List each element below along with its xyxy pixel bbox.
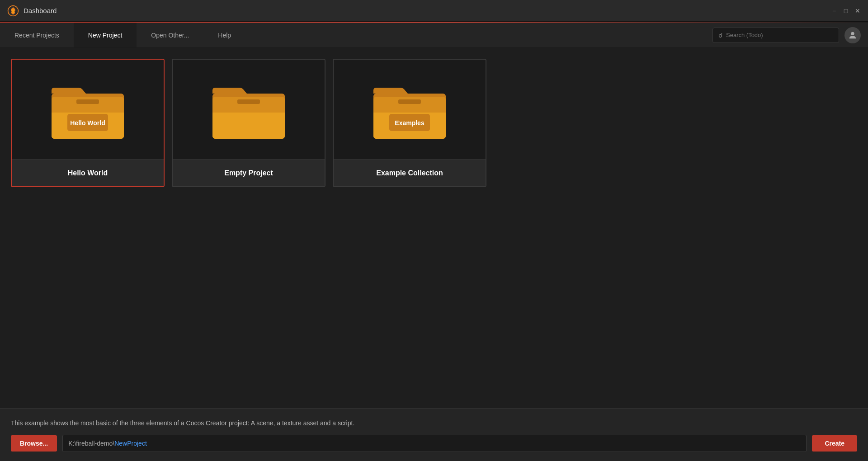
svg-point-1: [851, 32, 854, 35]
search-bar[interactable]: ☌ Search (Todo): [712, 28, 839, 43]
close-button[interactable]: ✕: [854, 8, 861, 14]
bottom-bar: This example shows the most basic of the…: [0, 408, 868, 461]
search-placeholder: Search (Todo): [726, 32, 763, 38]
search-wrapper: ☌ Search (Todo): [705, 23, 868, 47]
search-icon: ☌: [718, 32, 722, 39]
path-input[interactable]: K:\fireball-demo\NewProject: [62, 435, 807, 452]
example-collection-folder-icon: Examples: [369, 73, 450, 146]
create-button[interactable]: Create: [812, 435, 857, 452]
project-card-label-example-collection: Example Collection: [334, 159, 486, 186]
window-controls: − □ ✕: [831, 8, 861, 14]
project-card-icon-empty-project: [173, 60, 325, 159]
svg-rect-7: [76, 99, 99, 104]
tab-open-other[interactable]: Open Other...: [137, 23, 203, 47]
project-card-empty-project[interactable]: Empty Project: [172, 59, 326, 187]
path-base: K:\fireball-demo\: [68, 440, 114, 447]
project-card-example-collection[interactable]: Examples Example Collection: [333, 59, 486, 187]
app-logo-icon: [7, 5, 19, 17]
svg-rect-10: [212, 97, 285, 113]
projects-grid: Hello World Hello World: [11, 59, 857, 187]
svg-rect-4: [52, 97, 124, 113]
maximize-button[interactable]: □: [843, 8, 849, 14]
svg-rect-11: [237, 99, 260, 104]
nav-bar: Recent Projects New Project Open Other..…: [0, 23, 868, 48]
hello-world-folder-icon: Hello World: [47, 73, 128, 146]
tab-recent-projects[interactable]: Recent Projects: [0, 23, 74, 47]
project-card-icon-example-collection: Examples: [334, 60, 486, 159]
nav-spacer: [245, 23, 705, 47]
project-card-icon-hello-world: Hello World: [12, 60, 164, 159]
browse-button[interactable]: Browse...: [11, 435, 57, 452]
svg-text:Examples: Examples: [395, 119, 425, 127]
bottom-controls: Browse... K:\fireball-demo\NewProject Cr…: [11, 435, 857, 452]
tab-help[interactable]: Help: [203, 23, 245, 47]
empty-project-folder-icon: [208, 73, 289, 146]
avatar-icon: [848, 30, 858, 40]
project-card-hello-world[interactable]: Hello World Hello World: [11, 59, 165, 187]
path-highlight: NewProject: [114, 440, 147, 447]
title-bar: Dashboard − □ ✕: [0, 0, 868, 22]
project-card-label-empty-project: Empty Project: [173, 159, 325, 186]
tab-new-project[interactable]: New Project: [74, 23, 137, 47]
minimize-button[interactable]: −: [831, 8, 837, 14]
project-description: This example shows the most basic of the…: [11, 419, 857, 427]
main-content: Hello World Hello World: [0, 48, 868, 408]
svg-rect-14: [373, 97, 446, 113]
project-card-label-hello-world: Hello World: [12, 159, 164, 186]
svg-rect-17: [398, 99, 421, 104]
app-title: Dashboard: [24, 7, 57, 14]
svg-text:Hello World: Hello World: [70, 119, 105, 127]
user-avatar[interactable]: [844, 27, 861, 43]
